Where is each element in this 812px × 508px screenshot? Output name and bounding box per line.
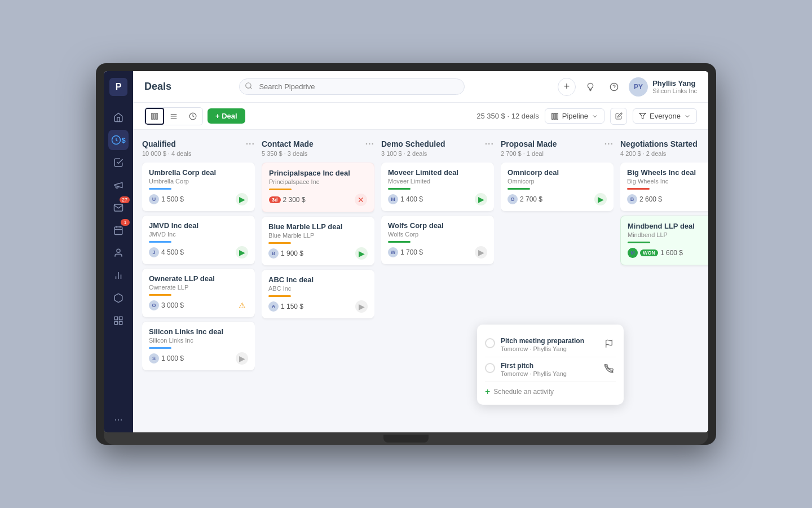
- card-umbrella-corp[interactable]: Umbrella Corp deal Umbrella Corp U 1 500…: [142, 163, 255, 211]
- card-wolfs-corp[interactable]: Wolfs Corp deal Wolfs Corp W 1 700 $ ▶: [381, 216, 494, 264]
- add-deal-button[interactable]: + Deal: [208, 108, 245, 124]
- mail-badge: 27: [120, 196, 130, 203]
- column-more-proposal-made[interactable]: ···: [604, 139, 614, 149]
- sidebar-item-contacts[interactable]: [108, 243, 129, 263]
- card-footer: O 2 700 $ ▶: [508, 193, 607, 205]
- card-avatar: W: [388, 247, 398, 257]
- sidebar-item-megaphone[interactable]: [108, 175, 129, 195]
- card-bar: [627, 188, 650, 190]
- sidebar-more[interactable]: ···: [114, 414, 122, 426]
- svg-rect-17: [152, 113, 153, 119]
- sidebar-item-chart[interactable]: [108, 265, 129, 286]
- phone-icon: [602, 362, 616, 375]
- column-header-qualified: Qualified ··· 10 000 $ · 4 deals: [142, 139, 255, 157]
- filter-button[interactable]: Everyone: [633, 108, 697, 124]
- card-moveer-limited[interactable]: Moveer Limited deal Moveer Limited M 1 4…: [381, 163, 494, 211]
- forecast-view-button[interactable]: [183, 108, 202, 125]
- card-action[interactable]: ▶: [475, 193, 487, 205]
- svg-rect-24: [552, 113, 553, 119]
- card-abc-inc[interactable]: ABC Inc deal ABC Inc A 1 150 $ ▶: [262, 270, 374, 318]
- sidebar-item-tasks[interactable]: [108, 152, 129, 173]
- column-title-negotiations-started: Negotiations Started: [620, 139, 698, 148]
- card-avatar: A: [268, 301, 279, 312]
- sidebar-item-home[interactable]: [108, 107, 129, 128]
- activity-title: Pitch meeting preparation: [501, 337, 597, 345]
- sidebar-logo[interactable]: P: [109, 78, 127, 96]
- card-action[interactable]: ▶: [355, 247, 368, 260]
- filter-label: Everyone: [650, 112, 681, 120]
- card-amount: J 4 500 $: [149, 247, 184, 257]
- column-contact-made: Contact Made ··· 5 350 $ · 3 deals Princ…: [262, 139, 374, 423]
- card-action[interactable]: ▶: [236, 352, 248, 365]
- card-mindbend-llp[interactable]: Mindbend LLP deal Mindbend LLP M WON 1 6…: [620, 216, 708, 265]
- column-subtitle-contact-made: 5 350 $ · 3 deals: [262, 150, 374, 157]
- schedule-label: Schedule an activity: [493, 388, 554, 396]
- card-company: Omnicorp: [508, 178, 607, 185]
- user-details: Phyllis Yang Silicon Links Inc: [652, 79, 697, 94]
- lightbulb-button[interactable]: [581, 78, 599, 96]
- calendar-badge: 1: [121, 219, 130, 226]
- card-avatar: O: [149, 300, 159, 310]
- card-amount: U 1 500 $: [149, 194, 184, 204]
- card-footer: B 1 900 $ ▶: [268, 247, 368, 260]
- card-ownerate-llp[interactable]: Ownerate LLP deal Ownerate LLP O 3 000 $…: [142, 269, 255, 317]
- sidebar-item-grid[interactable]: [108, 310, 129, 331]
- column-header-proposal-made: Proposal Made ··· 2 700 $ · 1 deal: [501, 139, 614, 157]
- card-blue-marble[interactable]: Blue Marble LLP deal Blue Marble LLP B 1…: [262, 217, 374, 265]
- activity-item-pitch-meeting[interactable]: Pitch meeting preparation Tomorrow · Phy…: [485, 332, 616, 357]
- pipeline-label: Pipeline: [562, 112, 588, 120]
- card-title: JMVD Inc deal: [149, 221, 248, 230]
- list-view-button[interactable]: [164, 108, 183, 125]
- card-action-warning[interactable]: ⚠: [236, 299, 248, 312]
- column-cards-contact-made: Principalspace Inc deal Principalspace I…: [262, 163, 374, 423]
- activity-content: Pitch meeting preparation Tomorrow · Phy…: [501, 337, 597, 352]
- card-avatar: U: [149, 194, 159, 204]
- svg-rect-1: [114, 227, 122, 235]
- card-amount: M 1 400 $: [388, 194, 423, 204]
- sidebar-item-box[interactable]: [108, 288, 129, 308]
- card-title: ABC Inc deal: [268, 275, 368, 284]
- column-title-demo-scheduled: Demo Scheduled: [381, 139, 445, 148]
- card-amount: O 2 700 $: [508, 194, 542, 204]
- card-action[interactable]: ▶: [475, 246, 487, 259]
- card-action[interactable]: ▶: [355, 300, 368, 313]
- card-company: Mindbend LLP: [628, 231, 708, 238]
- card-omnicorp[interactable]: Omnicorp deal Omnicorp O 2 700 $ ▶: [501, 163, 614, 211]
- card-big-wheels[interactable]: Big Wheels Inc deal Big Wheels Inc B 2 6…: [620, 163, 708, 211]
- header-actions: + PY Phyllis Yang Silicon Links Inc: [558, 77, 697, 97]
- sidebar-item-deals[interactable]: $: [108, 130, 129, 150]
- user-profile[interactable]: PY Phyllis Yang Silicon Links Inc: [629, 77, 697, 97]
- column-cards-qualified: Umbrella Corp deal Umbrella Corp U 1 500…: [142, 163, 255, 423]
- card-avatar: J: [149, 247, 159, 257]
- card-action[interactable]: ▶: [236, 193, 248, 205]
- svg-rect-12: [114, 322, 117, 325]
- card-bar: [268, 242, 291, 244]
- card-silicon-links[interactable]: Silicon Links Inc deal Silicon Links Inc…: [142, 322, 255, 370]
- help-button[interactable]: [605, 78, 623, 96]
- schedule-activity-link[interactable]: + Schedule an activity: [485, 382, 616, 397]
- column-subtitle-qualified: 10 000 $ · 4 deals: [142, 150, 255, 157]
- edit-pipeline-button[interactable]: [610, 108, 627, 125]
- card-title: Blue Marble LLP deal: [268, 222, 368, 231]
- sidebar-item-calendar[interactable]: 1: [108, 220, 129, 240]
- card-principalspace[interactable]: Principalspace Inc deal Principalspace I…: [262, 163, 374, 212]
- column-more-contact-made[interactable]: ···: [365, 139, 374, 149]
- add-button[interactable]: +: [558, 78, 576, 96]
- column-more-qualified[interactable]: ···: [246, 139, 255, 149]
- card-action[interactable]: ▶: [236, 246, 248, 259]
- column-title-contact-made: Contact Made: [262, 139, 314, 148]
- pipeline-selector[interactable]: Pipeline: [545, 108, 604, 124]
- column-more-demo-scheduled[interactable]: ···: [485, 139, 494, 149]
- card-amount: W 1 700 $: [388, 247, 423, 257]
- activity-item-first-pitch[interactable]: First pitch Tomorrow · Phyllis Yang: [485, 357, 616, 382]
- card-amount: O 3 000 $: [149, 300, 184, 310]
- sidebar-item-mail[interactable]: 27: [108, 198, 129, 218]
- main-content: Deals + PY: [133, 71, 708, 432]
- card-action[interactable]: ✕: [355, 194, 367, 206]
- card-action[interactable]: ▶: [594, 193, 607, 205]
- search-input[interactable]: [239, 78, 465, 95]
- kanban-view-button[interactable]: [145, 108, 164, 125]
- card-company: Wolfs Corp: [388, 231, 487, 238]
- card-jmvd-inc[interactable]: JMVD Inc deal JMVD Inc J 4 500 $ ▶: [142, 216, 255, 264]
- card-avatar: B: [627, 194, 637, 204]
